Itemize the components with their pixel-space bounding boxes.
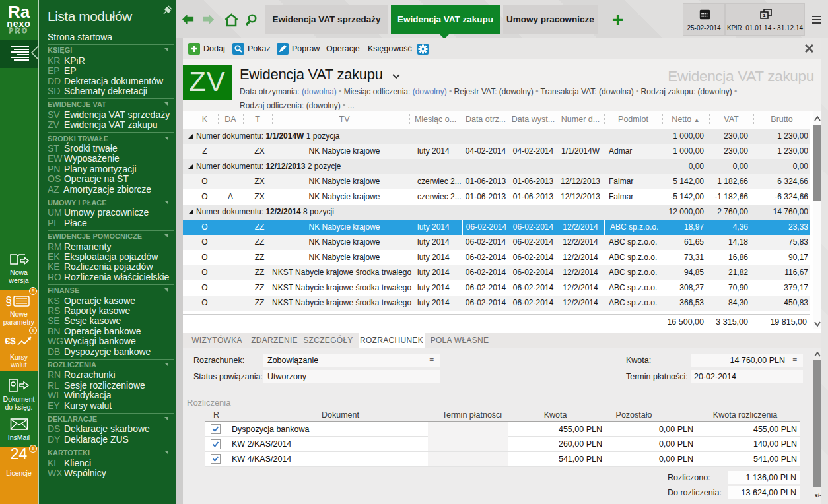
svg-text:1: 1 <box>763 13 766 18</box>
svg-text:€$: €$ <box>5 335 16 346</box>
svg-text:§: § <box>5 294 12 307</box>
